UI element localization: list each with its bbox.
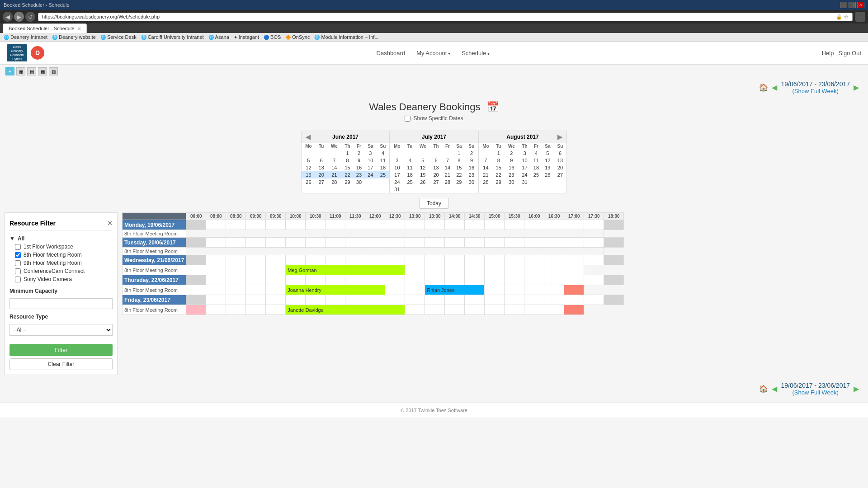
cal-day[interactable]: 26 — [416, 178, 430, 186]
wed-room-slot-15[interactable] — [465, 265, 485, 275]
home-icon-bottom[interactable]: 🏠 — [759, 385, 768, 393]
cal-day-23[interactable]: 23 — [354, 171, 364, 178]
aug-next-btn[interactable]: ▶ — [556, 133, 564, 141]
fri-slot-5[interactable] — [286, 295, 306, 305]
fri-slot-4[interactable] — [266, 295, 286, 305]
thu-slot-10[interactable] — [385, 275, 405, 285]
tab-close-icon[interactable]: ✕ — [77, 26, 81, 31]
cal-day[interactable]: 29 — [493, 178, 505, 186]
mon-slot-15[interactable] — [485, 220, 505, 230]
mon-slot-0[interactable] — [186, 220, 206, 230]
fri-slot-2[interactable] — [226, 295, 246, 305]
thu-slot-0[interactable] — [186, 275, 206, 285]
fri-room-slot-14[interactable] — [445, 305, 465, 315]
fri-slot-15[interactable] — [485, 295, 505, 305]
wed-slot-11[interactable] — [405, 255, 425, 265]
booking-janette-davidge[interactable]: Janette Davidge — [286, 305, 405, 315]
wed-slot-19[interactable] — [564, 255, 584, 265]
thu-room-slot-2[interactable] — [226, 285, 246, 295]
tue-slot-12[interactable] — [425, 238, 445, 248]
mon-slot-5[interactable] — [286, 220, 306, 230]
cal-day[interactable]: 1 — [493, 150, 505, 157]
fri-slot-17[interactable] — [524, 295, 544, 305]
wed-slot-6[interactable] — [306, 255, 326, 265]
cal-day-25[interactable]: 25 — [377, 171, 389, 178]
wed-room-slot-1[interactable] — [206, 265, 226, 275]
friday-header[interactable]: Friday, 23/06/2017 — [123, 295, 186, 305]
mon-slot-2[interactable] — [226, 220, 246, 230]
view-icon-chart[interactable]: ▥ — [49, 67, 58, 75]
cal-day[interactable]: 28 — [327, 178, 341, 186]
cal-day[interactable]: 6 — [554, 150, 566, 157]
tue-slot-1[interactable] — [206, 238, 226, 248]
mon-slot-18[interactable] — [544, 220, 564, 230]
tue-slot-19[interactable] — [564, 238, 584, 248]
thu-slot-7[interactable] — [326, 275, 345, 285]
cal-day[interactable]: 24 — [519, 171, 531, 178]
wed-slot-10[interactable] — [385, 255, 405, 265]
cal-day[interactable]: 13 — [316, 164, 327, 171]
wed-slot-0[interactable] — [186, 255, 206, 265]
cal-day[interactable]: 13 — [554, 157, 566, 164]
tue-slot-10[interactable] — [385, 238, 405, 248]
fri-room-slot-1[interactable] — [206, 305, 226, 315]
wed-slot-7[interactable] — [326, 255, 345, 265]
cal-day[interactable]: 16 — [354, 164, 364, 171]
wed-slot-13[interactable] — [445, 255, 465, 265]
cal-day[interactable]: 11 — [531, 157, 542, 164]
wed-slot-17[interactable] — [524, 255, 544, 265]
cal-day[interactable]: 9 — [354, 157, 364, 164]
mon-slot-9[interactable] — [365, 220, 385, 230]
filter-checkbox-9th-floor[interactable] — [15, 260, 21, 266]
filter-checkbox-sony[interactable] — [15, 277, 21, 282]
wed-room-slot-16[interactable] — [485, 265, 505, 275]
fri-room-slot-16[interactable] — [485, 305, 505, 315]
cal-day[interactable]: 7 — [442, 157, 453, 164]
prev-week-arrow-top[interactable]: ◀ — [772, 83, 777, 92]
cal-day[interactable]: 16 — [505, 164, 519, 171]
booking-meg-gorman[interactable]: Meg Gorman — [286, 265, 405, 275]
cal-day[interactable]: 31 — [519, 178, 531, 186]
cal-day[interactable]: 7 — [327, 157, 341, 164]
mon-slot-19[interactable] — [564, 220, 584, 230]
cal-day[interactable]: 5 — [416, 157, 430, 164]
cal-day[interactable]: 29 — [453, 178, 465, 186]
cal-day-19[interactable]: 19 — [302, 171, 316, 178]
cal-day[interactable]: 18 — [531, 164, 542, 171]
cal-day[interactable]: 29 — [341, 178, 354, 186]
fri-slot-0[interactable] — [186, 295, 206, 305]
cal-day[interactable]: 27 — [316, 178, 327, 186]
thu-slot-5[interactable] — [286, 275, 306, 285]
thu-slot-21[interactable] — [604, 275, 624, 285]
fri-room-slot-17[interactable] — [505, 305, 524, 315]
mon-slot-14[interactable] — [465, 220, 485, 230]
nav-dashboard[interactable]: Dashboard — [372, 47, 410, 59]
cal-day[interactable] — [316, 150, 327, 157]
cal-day[interactable]: 2 — [465, 150, 478, 157]
filter-checkbox-confcam[interactable] — [15, 268, 21, 274]
thu-slot-1[interactable] — [206, 275, 226, 285]
maximize-btn[interactable]: □ — [849, 2, 856, 8]
fri-slot-21[interactable] — [604, 295, 624, 305]
thu-slot-18[interactable] — [544, 275, 564, 285]
cal-day[interactable]: 26 — [302, 178, 316, 186]
cal-day-24[interactable]: 24 — [364, 171, 377, 178]
fri-slot-20[interactable] — [584, 295, 604, 305]
tue-slot-4[interactable] — [266, 238, 286, 248]
today-button[interactable]: Today — [419, 198, 449, 209]
mon-slot-13[interactable] — [445, 220, 465, 230]
date-range-top[interactable]: 19/06/2017 - 23/06/2017 (Show Full Week) — [781, 80, 850, 94]
fri-slot-9[interactable] — [365, 295, 385, 305]
thu-slot-17[interactable] — [524, 275, 544, 285]
cal-day[interactable]: 4 — [377, 150, 389, 157]
fri-slot-11[interactable] — [405, 295, 425, 305]
filter-item-confcam[interactable]: ConferenceCam Connect — [15, 267, 113, 275]
thu-slot-8[interactable] — [345, 275, 365, 285]
thu-room-slot-20[interactable] — [564, 285, 584, 295]
cal-day[interactable]: 23 — [465, 171, 478, 178]
wed-room-slot-2[interactable] — [226, 265, 246, 275]
menu-btn[interactable]: ≡ — [855, 12, 865, 22]
bookmark-module[interactable]: 🌐 Module information – Inf... — [314, 34, 378, 40]
wed-slot-9[interactable] — [365, 255, 385, 265]
cal-day[interactable]: 3 — [364, 150, 377, 157]
